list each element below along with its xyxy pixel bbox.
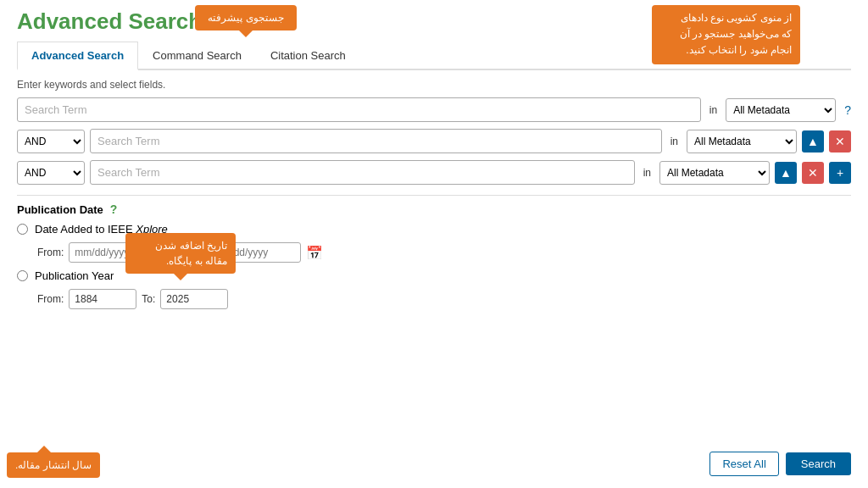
footer-actions: Reset All Search xyxy=(709,452,851,476)
form-section: Enter keywords and select fields. in All… xyxy=(17,79,851,185)
year-to-input[interactable] xyxy=(160,289,228,309)
year-from-input[interactable] xyxy=(69,289,136,309)
in-label-2: in xyxy=(667,136,682,147)
pub-year-radio[interactable] xyxy=(17,270,28,281)
header-left: Advanced Search ? xyxy=(17,8,217,35)
section-divider xyxy=(17,195,851,196)
search-input-3[interactable] xyxy=(90,160,635,185)
pub-date-help-icon[interactable]: ? xyxy=(110,202,118,216)
form-hint: Enter keywords and select fields. xyxy=(17,79,851,91)
row1-help-icon[interactable]: ? xyxy=(844,103,851,117)
pub-date-title: Publication Date ? xyxy=(17,202,851,216)
calendar-to-icon[interactable]: 📅 xyxy=(306,245,323,261)
reset-button[interactable]: Reset All xyxy=(709,452,778,476)
search-input-2[interactable] xyxy=(90,129,662,153)
in-label-3: in xyxy=(640,167,654,179)
tooltip-date-added: تاریخ اضافه شدنمقاله به پایگاه. xyxy=(125,233,236,274)
in-label-1: in xyxy=(706,104,721,116)
move-up-button-3[interactable]: ▲ xyxy=(775,162,797,184)
from-label: From: xyxy=(37,247,64,258)
search-row-3: AND OR NOT in All Metadata ▲ ✕ + xyxy=(17,160,851,185)
tab-command-search[interactable]: Command Search xyxy=(138,42,256,70)
metadata-select-3[interactable]: All Metadata xyxy=(659,161,770,185)
move-up-button-2[interactable]: ▲ xyxy=(802,130,824,152)
page-wrapper: Advanced Search ? جستجوی پیشرفته از منوی… xyxy=(0,0,868,488)
date-added-radio[interactable] xyxy=(17,224,28,235)
metadata-select-2[interactable]: All Metadata xyxy=(687,130,797,153)
search-row-2: AND OR NOT in All Metadata ▲ ✕ xyxy=(17,129,851,153)
tab-citation-search[interactable]: Citation Search xyxy=(256,42,360,70)
tab-advanced-search[interactable]: Advanced Search xyxy=(17,42,138,70)
year-range-inputs: From: To: xyxy=(37,289,851,309)
remove-button-2[interactable]: ✕ xyxy=(829,130,851,152)
year-from-label: From: xyxy=(37,293,64,305)
tooltip-pub-year: سال انتشار مقاله. xyxy=(7,452,100,478)
search-row-1: in All Metadata ? xyxy=(17,97,851,122)
add-row-button[interactable]: + xyxy=(829,162,851,184)
pub-year-label: Publication Year xyxy=(35,269,114,282)
tooltip-advanced-search: جستجوی پیشرفته xyxy=(195,5,297,30)
page-title: Advanced Search xyxy=(17,8,202,35)
year-to-label: To: xyxy=(142,293,155,305)
search-button[interactable]: Search xyxy=(786,452,851,475)
metadata-select-1[interactable]: All Metadata xyxy=(726,98,836,122)
remove-button-3[interactable]: ✕ xyxy=(802,162,824,184)
logic-select-2[interactable]: AND OR NOT xyxy=(17,130,85,153)
search-input-1[interactable] xyxy=(17,97,701,122)
logic-select-3[interactable]: AND OR NOT xyxy=(17,161,85,185)
tooltip-metadata: از منوی کشویی نوع دادهای که می‌خواهید جس… xyxy=(652,5,800,64)
